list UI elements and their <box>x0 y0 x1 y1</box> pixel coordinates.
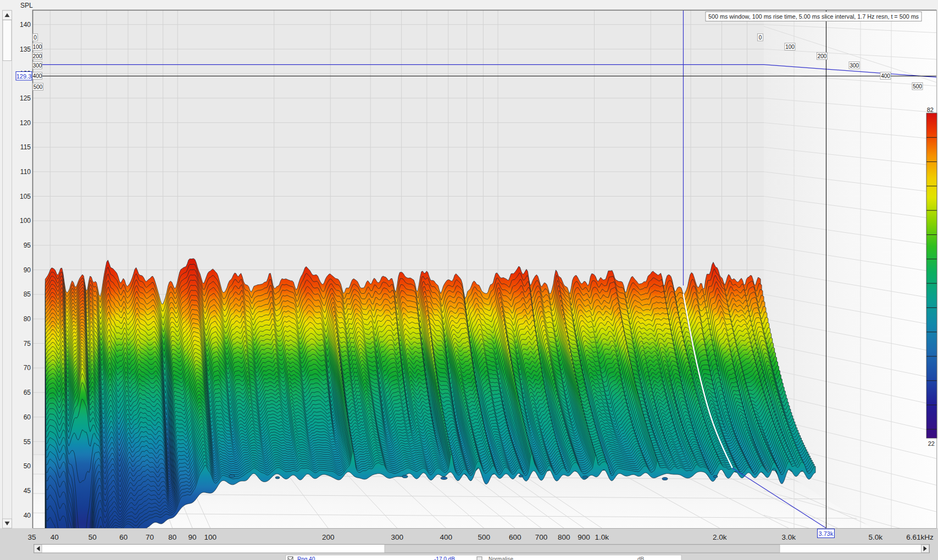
svg-text:300: 300 <box>33 63 42 69</box>
svg-text:400: 400 <box>881 73 890 79</box>
svg-text:Normalise: Normalise <box>489 556 513 560</box>
svg-text:55: 55 <box>24 438 31 446</box>
svg-text:400: 400 <box>33 73 42 79</box>
svg-text:400: 400 <box>440 533 452 541</box>
svg-text:95: 95 <box>24 242 31 249</box>
svg-text:100: 100 <box>20 217 31 225</box>
svg-text:800: 800 <box>558 533 570 541</box>
svg-text:100: 100 <box>204 533 217 541</box>
svg-text:140: 140 <box>20 21 31 29</box>
svg-text:85: 85 <box>24 290 31 298</box>
svg-text:200: 200 <box>33 53 42 59</box>
svg-text:80: 80 <box>168 533 176 541</box>
svg-text:105: 105 <box>20 193 31 200</box>
svg-text:60: 60 <box>24 413 31 421</box>
svg-text:40: 40 <box>51 533 59 541</box>
svg-text:50: 50 <box>24 462 31 470</box>
svg-text:22: 22 <box>928 440 935 447</box>
svg-text:300: 300 <box>391 533 403 541</box>
svg-text:120: 120 <box>20 119 31 127</box>
svg-text:80: 80 <box>24 315 31 323</box>
svg-text:75: 75 <box>24 340 31 348</box>
svg-text:110: 110 <box>20 168 31 176</box>
svg-text:700: 700 <box>535 533 548 541</box>
svg-text:60: 60 <box>119 533 127 541</box>
svg-text:300: 300 <box>850 63 859 69</box>
svg-text:Rng 40: Rng 40 <box>297 556 315 560</box>
svg-text:135: 135 <box>20 46 31 53</box>
svg-text:100: 100 <box>33 44 42 50</box>
svg-text:200: 200 <box>818 53 827 59</box>
svg-text:500 ms window, 100 ms rise tim: 500 ms window, 100 ms rise time, 5.00 ms… <box>708 13 919 20</box>
svg-text:600: 600 <box>509 533 521 541</box>
svg-text:90: 90 <box>24 266 31 274</box>
svg-text:82: 82 <box>927 107 934 113</box>
svg-text:SPL: SPL <box>20 2 33 9</box>
svg-text:125: 125 <box>20 94 31 102</box>
svg-text:65: 65 <box>24 389 31 396</box>
svg-text:500: 500 <box>34 84 43 90</box>
svg-text:40: 40 <box>24 512 31 519</box>
svg-text:900: 900 <box>578 533 590 541</box>
svg-text:-17.0 dB: -17.0 dB <box>434 556 455 560</box>
svg-text:0: 0 <box>34 35 37 41</box>
svg-text:70: 70 <box>24 364 31 372</box>
svg-text:129.3: 129.3 <box>16 73 32 80</box>
svg-text:500: 500 <box>478 533 490 541</box>
svg-text:1.0k: 1.0k <box>595 533 609 541</box>
svg-text:0: 0 <box>759 35 762 41</box>
svg-text:50: 50 <box>88 533 97 541</box>
svg-text:6.61kHz: 6.61kHz <box>906 533 934 541</box>
svg-text:500: 500 <box>913 83 922 89</box>
svg-text:200: 200 <box>322 533 335 541</box>
svg-text:70: 70 <box>146 533 154 541</box>
svg-text:dB: dB <box>637 556 645 560</box>
svg-text:2.0k: 2.0k <box>713 533 727 541</box>
svg-text:45: 45 <box>24 487 31 495</box>
svg-text:115: 115 <box>20 143 31 151</box>
svg-text:5.0k: 5.0k <box>868 533 883 541</box>
svg-text:3.73k: 3.73k <box>819 530 834 537</box>
svg-text:35: 35 <box>27 533 36 541</box>
svg-text:3.0k: 3.0k <box>781 533 796 541</box>
svg-text:90: 90 <box>188 533 197 541</box>
svg-text:100: 100 <box>785 44 795 50</box>
